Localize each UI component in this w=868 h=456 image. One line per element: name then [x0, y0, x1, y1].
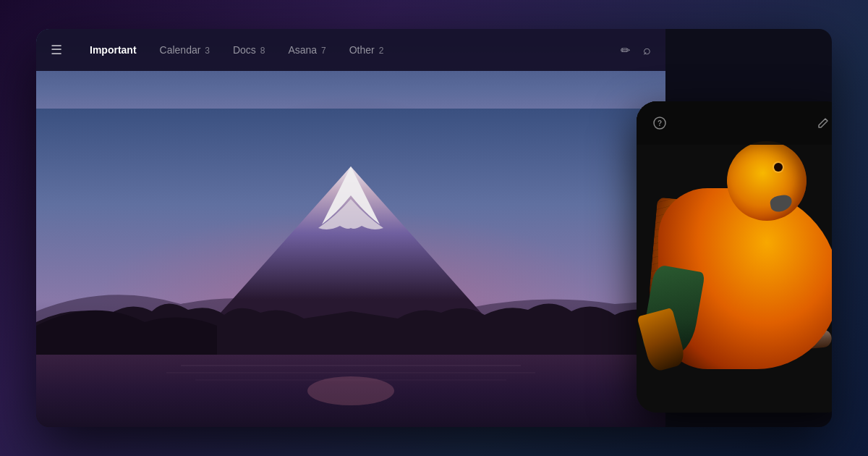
tab-calendar[interactable]: Calendar 3 — [150, 40, 220, 60]
menu-icon[interactable]: ☰ — [51, 43, 62, 56]
edit-icon[interactable]: ✏ — [621, 43, 630, 57]
tab-asana[interactable]: Asana 7 — [278, 40, 336, 60]
search-icon[interactable]: ⌕ — [643, 43, 651, 58]
background-image — [36, 29, 665, 427]
desktop-window: ☰ Important Calendar 3 Docs 8 Asana 7 — [36, 29, 665, 427]
mobile-device: ? — [637, 101, 832, 413]
parrot-eye — [774, 163, 783, 172]
app-frame: ☰ Important Calendar 3 Docs 8 Asana 7 — [36, 29, 832, 427]
nav-actions: ✏ ⌕ — [621, 43, 651, 58]
tab-docs[interactable]: Docs 8 — [223, 40, 275, 60]
tab-other[interactable]: Other 2 — [339, 40, 394, 60]
mobile-info-icon[interactable]: ? — [650, 113, 670, 133]
nav-tabs: Important Calendar 3 Docs 8 Asana 7 Othe… — [80, 40, 621, 60]
navbar: ☰ Important Calendar 3 Docs 8 Asana 7 — [36, 29, 665, 71]
tab-important[interactable]: Important — [80, 40, 147, 60]
svg-point-6 — [307, 376, 394, 405]
parrot-head — [727, 141, 807, 221]
mobile-edit-icon[interactable] — [813, 113, 832, 133]
mobile-header: ? — [637, 101, 832, 145]
mobile-background — [637, 101, 832, 413]
svg-text:?: ? — [658, 119, 662, 127]
